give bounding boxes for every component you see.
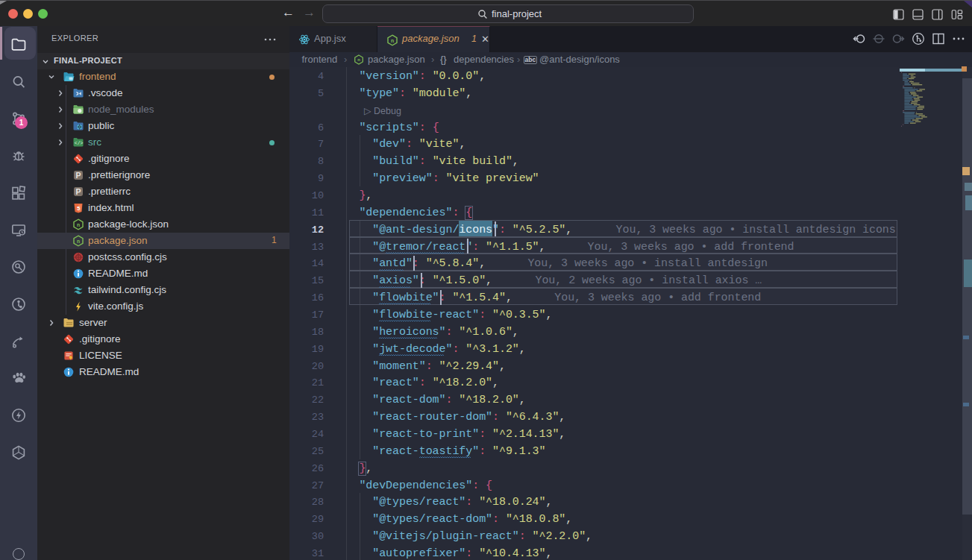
svg-text:n: n: [77, 239, 80, 244]
svg-text:P: P: [75, 171, 81, 180]
svg-text:n: n: [77, 222, 80, 227]
svg-text:</>: </>: [75, 141, 84, 146]
svg-text:P: P: [75, 187, 81, 196]
svg-text:n: n: [391, 38, 394, 43]
svg-text:n: n: [357, 57, 360, 62]
